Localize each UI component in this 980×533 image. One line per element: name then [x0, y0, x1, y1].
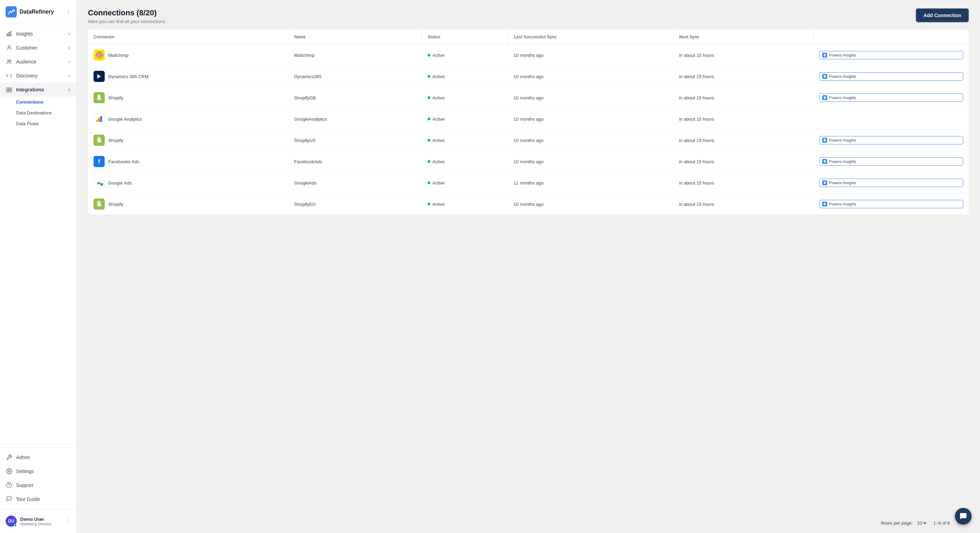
- sidebar-item-support[interactable]: Support: [0, 478, 76, 492]
- sidebar-item-discovery[interactable]: Discovery ∨: [0, 69, 76, 82]
- sidebar-item-customer[interactable]: Customer ∨: [0, 41, 76, 55]
- cell-name: ShopifyEU: [289, 194, 422, 215]
- table-container: Connector Name Status Last Successful Sy…: [77, 30, 980, 513]
- user-more-icon[interactable]: ⋮: [65, 518, 71, 525]
- powers-insights-icon: [822, 138, 827, 143]
- gear-icon: [6, 468, 13, 475]
- cell-last-sync: 10 months ago: [508, 87, 674, 108]
- svg-rect-3: [8, 32, 10, 36]
- table-header-row: Connector Name Status Last Successful Sy…: [88, 30, 969, 44]
- sidebar-logo: DataRefinery ‹: [0, 0, 76, 24]
- powers-insights-badge: Powers Insights: [819, 136, 963, 144]
- user-info: Demo User Marketing Director: [20, 517, 62, 526]
- cell-badge: Powers Insights: [813, 194, 969, 215]
- cell-badge: Powers Insights: [813, 66, 969, 87]
- connector-name: Dynamics 365 CRM: [108, 74, 149, 79]
- page-title: Connections (8/20): [88, 8, 166, 17]
- sidebar-item-audience[interactable]: Audience ∨: [0, 55, 76, 69]
- table-row[interactable]: Dynamics 365 CRM Dynamics365 Active 10 m…: [88, 66, 969, 87]
- cell-connector: Shopify: [88, 194, 289, 215]
- sync-icon: [6, 86, 13, 93]
- add-connection-button[interactable]: Add Connection: [916, 8, 969, 22]
- discovery-label: Discovery: [16, 73, 64, 78]
- rows-per-page-label: Rows per page:: [881, 520, 913, 526]
- sidebar-item-tour-guide[interactable]: Tour Guide: [0, 492, 76, 506]
- table-footer: Rows per page: 10 25 50 1–8 of 8 ‹ ›: [77, 513, 980, 533]
- status-text: Active: [433, 138, 445, 143]
- connector-name: Shopify: [108, 138, 123, 143]
- cell-next-sync: in about 15 hours: [674, 172, 814, 194]
- sidebar-item-insights[interactable]: Insights ∨: [0, 27, 76, 41]
- rows-per-page: Rows per page: 10 25 50: [881, 520, 928, 526]
- page-header: Connections (8/20) Here you can find all…: [77, 0, 980, 30]
- collapse-button[interactable]: ‹: [66, 8, 71, 16]
- table-row[interactable]: Shopify ShopifyGB Active 10 months ago i…: [88, 87, 969, 108]
- sidebar-item-data-flows[interactable]: Data Flows: [0, 118, 76, 129]
- col-badge: [813, 30, 969, 44]
- cell-status: Active: [422, 108, 508, 130]
- wrench-icon: [6, 454, 13, 461]
- rows-per-page-select[interactable]: 10 25 50: [915, 520, 928, 526]
- status-text: Active: [433, 53, 445, 58]
- powers-insights-icon: [822, 74, 827, 79]
- app-name: DataRefinery: [19, 9, 54, 15]
- audience-chevron: ∨: [68, 59, 71, 64]
- powers-insights-badge: Powers Insights: [819, 51, 963, 59]
- sidebar-item-admin[interactable]: Admin: [0, 451, 76, 464]
- cell-next-sync: in about 15 hours: [674, 44, 814, 66]
- table-row[interactable]: Google Ads GoogleAds Active 11 months ag…: [88, 172, 969, 194]
- cell-badge: Powers Insights: [813, 87, 969, 108]
- chat-bubble[interactable]: [955, 508, 972, 525]
- sidebar-item-connections[interactable]: Connections: [0, 97, 76, 108]
- sidebar-item-integrations[interactable]: Integrations ∧: [0, 82, 76, 97]
- powers-insights-icon: [822, 53, 827, 57]
- table-row[interactable]: 🐵 Mailchimp Mailchimp Active 10 months a…: [88, 44, 969, 66]
- table-row[interactable]: Shopify ShopifyUS Active 10 months ago i…: [88, 130, 969, 151]
- user-section[interactable]: DU Demo User Marketing Director ⋮: [0, 512, 76, 530]
- powers-insights-label: Powers Insights: [829, 202, 856, 206]
- col-next-sync: Next Sync: [674, 30, 814, 44]
- powers-insights-badge: Powers Insights: [819, 179, 963, 187]
- powers-insights-icon: [822, 201, 827, 206]
- sidebar-item-data-destinations[interactable]: Data Destinations: [0, 108, 76, 118]
- user-name: Demo User: [20, 517, 62, 522]
- table-body: 🐵 Mailchimp Mailchimp Active 10 months a…: [88, 44, 969, 215]
- sidebar-item-settings[interactable]: Settings: [0, 464, 76, 478]
- cell-name: Mailchimp: [289, 44, 422, 66]
- status-dot: [428, 96, 430, 99]
- sidebar: DataRefinery ‹ Insights ∨ Customer ∨: [0, 0, 77, 533]
- status-text: Active: [433, 74, 445, 79]
- cell-status: Active: [422, 194, 508, 215]
- cell-connector: Shopify: [88, 87, 289, 108]
- cell-badge: Powers Insights: [813, 172, 969, 194]
- cell-name: GoogleAds: [289, 172, 422, 194]
- discovery-chevron: ∨: [68, 73, 71, 78]
- powers-insights-label: Powers Insights: [829, 74, 856, 78]
- admin-label: Admin: [16, 455, 71, 460]
- connections-table: Connector Name Status Last Successful Sy…: [88, 30, 969, 214]
- status-text: Active: [433, 95, 445, 100]
- table-row[interactable]: f Facebooks Ads FacebookAds Active 10 mo…: [88, 151, 969, 172]
- powers-insights-label: Powers Insights: [829, 181, 856, 185]
- data-flows-label: Data Flows: [16, 121, 39, 126]
- cell-connector: Google Ads: [88, 172, 289, 194]
- flag-icon: [6, 496, 13, 503]
- powers-insights-label: Powers Insights: [829, 95, 856, 100]
- status-dot: [428, 75, 430, 78]
- people-icon: [6, 58, 13, 65]
- cell-connector: Dynamics 365 CRM: [88, 66, 289, 87]
- cell-name: FacebookAds: [289, 151, 422, 172]
- table-row[interactable]: Shopify ShopifyEU Active 10 months ago i…: [88, 194, 969, 215]
- cell-next-sync: in about 15 hours: [674, 194, 814, 215]
- cell-next-sync: in about 15 hours: [674, 66, 814, 87]
- tour-guide-label: Tour Guide: [16, 497, 71, 502]
- table-row[interactable]: Google Analytics GoogleAnalytics Active …: [88, 108, 969, 130]
- status-dot: [428, 117, 430, 121]
- powers-insights-icon: [822, 180, 827, 185]
- svg-point-1: [8, 13, 9, 15]
- status-dot: [428, 181, 430, 184]
- svg-rect-19: [100, 116, 102, 122]
- cell-badge: [813, 108, 969, 130]
- user-initials: DU: [8, 519, 14, 523]
- cell-last-sync: 11 months ago: [508, 172, 674, 194]
